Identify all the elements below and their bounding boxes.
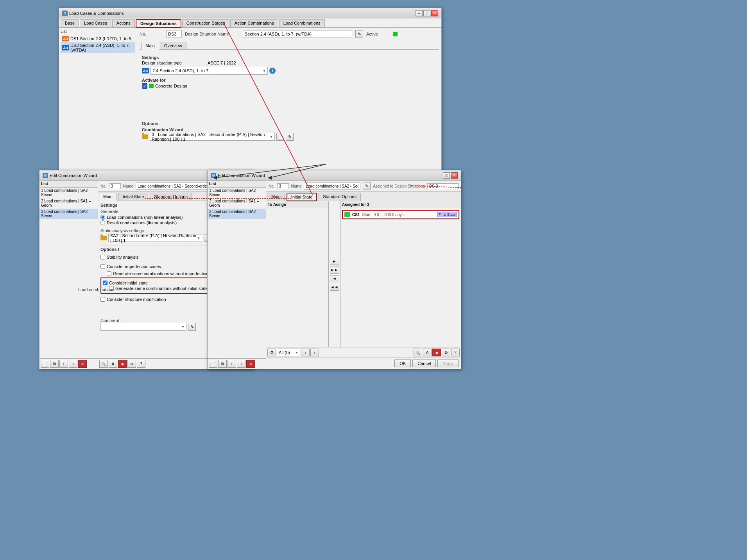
ecw-left-red-btn[interactable]: ■ [118, 360, 127, 368]
ecw-left-search-btn[interactable]: 🔍 [99, 360, 108, 368]
tab-design-situations[interactable]: Design Situations [136, 19, 181, 28]
to-assign-header: To Assign [266, 201, 328, 208]
no-input[interactable] [166, 30, 182, 38]
assigned-items-list: CS1 Start | 0.0 ... 300.0 days Final Sta… [340, 208, 461, 347]
comment-select[interactable]: ▼ [100, 323, 186, 331]
ecw-right-red-btn[interactable]: ■ [432, 349, 441, 356]
arrow-right-btn[interactable]: ► [330, 258, 339, 265]
ecw-left-settings-btn[interactable]: ⚙ [127, 360, 136, 368]
tab-actions[interactable]: Actions [112, 19, 135, 27]
comment-edit-btn[interactable]: ✎ [188, 323, 196, 331]
ecw-right-sort-btn[interactable]: ↕ [228, 360, 236, 368]
list-sort-btn[interactable]: ↕ [59, 360, 68, 368]
ecw-left-no-input[interactable] [109, 183, 121, 189]
apply-button[interactable]: Apply [437, 360, 459, 367]
ecw-right-sort-b-btn[interactable]: ↕ [310, 349, 319, 356]
ecw-right-item-1[interactable]: 1 Load combinations | SA2 – Secon [208, 188, 266, 198]
ecw-right-title: ⚙ Edit Combination Wizard [211, 173, 265, 178]
ecw-left-tab-standard-options[interactable]: Standard Options [150, 193, 192, 200]
list-new-btn[interactable]: 📄 [41, 360, 49, 368]
list-del-btn[interactable]: ✕ [78, 360, 87, 368]
ecw-right-settings-btn[interactable]: ⚙ [442, 349, 450, 356]
combination-wizard-title: Combination Wizard [142, 127, 437, 132]
ecw-right-tab-main[interactable]: Main [267, 193, 285, 201]
ds-name-input[interactable] [243, 30, 352, 38]
stability-label: Stability analysis [107, 255, 138, 259]
arrow-left-btn[interactable]: ◄ [330, 275, 339, 282]
structure-mod-check[interactable] [100, 297, 105, 302]
to-assign-panel: To Assign [266, 201, 329, 347]
ecw-right-name-edit[interactable]: ✎ [363, 182, 371, 190]
list-copy-btn[interactable]: ⧉ [50, 360, 59, 368]
ecw-right-filter-select[interactable]: All (0) ▼ [277, 349, 300, 356]
ecw-right-no-input[interactable] [277, 183, 289, 189]
maximize-button[interactable]: □ [423, 10, 430, 16]
ecw-left-item-3[interactable]: 3 Load combinations | SA2 – Secon [39, 209, 98, 219]
ecw-right-tab-standard-options[interactable]: Standard Options [319, 193, 361, 201]
ecw-right-item-2[interactable]: 2 Load combinations | SA1 – Geom [208, 198, 266, 209]
list-item-ds3[interactable]: 2.4 DS3 Section 2.4 (ASD), 1. to 7. (w/T… [61, 42, 135, 53]
comment-arrow-icon: ▼ [181, 325, 185, 329]
ecw-right-del-btn[interactable]: ✕ [246, 360, 255, 368]
ecw-left-item-1[interactable]: 1 Load combinations | SA2 – Secon [39, 188, 98, 198]
arrow-left-all-btn[interactable]: ◄◄ [330, 284, 339, 291]
info-button[interactable]: i [269, 68, 276, 74]
imperfection-same-check[interactable] [107, 271, 111, 276]
ok-button[interactable]: OK [394, 360, 411, 367]
ecw-right-sort2-btn[interactable]: ↕ [237, 360, 245, 368]
ecw-right-copy-btn[interactable]: ⧉ [218, 360, 227, 368]
tab-load-combinations[interactable]: Load Combinations [279, 19, 325, 27]
ds-tab-main[interactable]: Main [141, 42, 159, 50]
cancel-button[interactable]: Cancel [412, 360, 436, 367]
ecw-left-title-text: Edit Combination Wizard [50, 173, 97, 178]
ecw-right-name-input[interactable] [304, 182, 360, 190]
wizard-new-button[interactable]: 📄 [276, 133, 284, 141]
ecw-right-list-header: List [208, 181, 266, 188]
initial-state-check[interactable] [103, 281, 107, 285]
stability-check[interactable] [100, 255, 105, 259]
tab-action-combinations[interactable]: Action Combinations [230, 19, 278, 27]
load-combinations-radio[interactable] [100, 215, 105, 220]
ds-inner-tabs: Main Overview [140, 41, 439, 50]
ecw-right-assigned-input[interactable] [427, 183, 459, 189]
ecw-right-new-btn[interactable]: 📄 [209, 360, 217, 368]
concrete-check[interactable]: ✓ [142, 83, 147, 89]
arrow-right-all-btn[interactable]: ►► [330, 267, 339, 274]
list-sort2-btn[interactable]: ↕ [69, 360, 77, 368]
tab-loadcases[interactable]: Load Cases [80, 19, 111, 27]
ds-type-select[interactable]: 2.4 Section 2.4 (ASD), 1. to 7. ▼ [150, 67, 268, 75]
ecw-right-item-3[interactable]: 3 Load combinations | SA2 – Secon [208, 209, 266, 219]
ds-tab-overview[interactable]: Overview [160, 42, 186, 49]
tab-base[interactable]: Base [61, 19, 79, 27]
minimize-button[interactable]: ─ [416, 10, 423, 16]
ecw-left-info-btn[interactable]: ? [137, 360, 145, 368]
concrete-design-label: Concrete Design [155, 84, 187, 88]
ecw-right-text-btn[interactable]: A [423, 349, 432, 356]
dropdown-arrow-icon: ▼ [263, 69, 266, 73]
tab-construction-stages[interactable]: Construction Stages [182, 19, 229, 27]
static-analysis-select[interactable]: SA2 - Second-order (P-Δ) | Newton-Raphso… [108, 234, 202, 242]
ecw-right-filter-btn[interactable]: ⚗ [267, 349, 276, 356]
ecw-right-close[interactable]: ✕ [451, 172, 458, 179]
ecw-right-tab-initial-state[interactable]: Initial State [287, 193, 317, 201]
list-item-ds1[interactable]: 2.3 DS1 Section 2.3 (LRFD), 1. to 5. [61, 35, 135, 42]
wizard-select[interactable]: 3 - Load combinations | SA2 - Second-ord… [150, 133, 275, 141]
ecw-right-sort-a-btn[interactable]: ↕ [301, 349, 310, 356]
ecw-right-main-area: No. Name ✎ Assigned to Design Situations… [266, 181, 461, 369]
ecw-left-tab-main[interactable]: Main [99, 193, 117, 200]
ecw-left-item-2[interactable]: 2 Load combinations | SA1 – Geom [39, 198, 98, 209]
ecw-right-maximize[interactable]: □ [443, 172, 450, 179]
initial-state-same-check[interactable] [109, 286, 114, 291]
wizard-edit-button[interactable]: ✎ [286, 133, 294, 141]
ecw-right-search-btn[interactable]: 🔍 [414, 349, 422, 356]
ecw-right-no-label: No. [269, 184, 275, 188]
imperfection-check[interactable] [100, 264, 105, 269]
ecw-left-text-btn[interactable]: A [109, 360, 117, 368]
close-button[interactable]: ✕ [431, 10, 438, 16]
assigned-for-header: Assigned for 3 [340, 201, 461, 208]
result-combinations-radio[interactable] [100, 220, 105, 225]
settings-title: Settings [142, 55, 437, 60]
ecw-right-info-btn[interactable]: ? [451, 349, 460, 356]
ecw-left-tab-initial-state[interactable]: Initial State [118, 193, 148, 200]
ds-edit-button[interactable]: ✎ [355, 30, 363, 38]
